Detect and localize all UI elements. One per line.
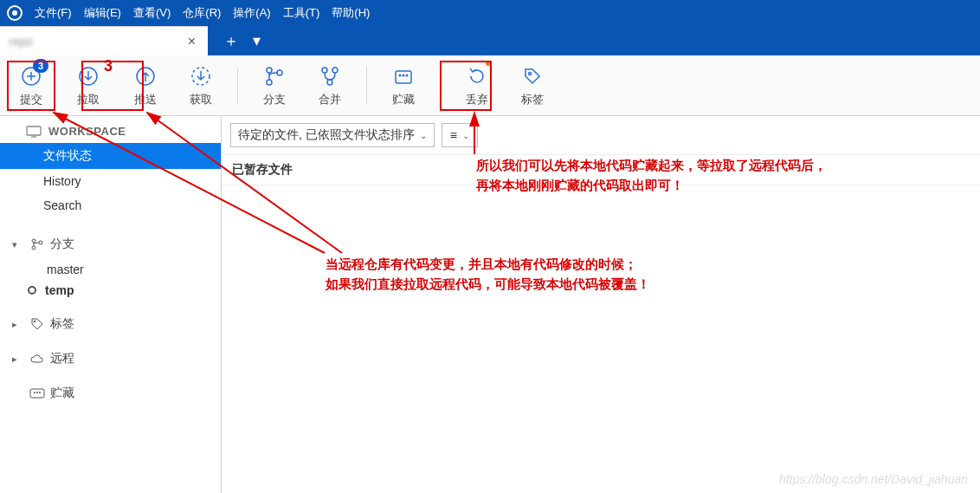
branch-temp-label: temp (45, 283, 74, 297)
svg-point-25 (34, 321, 35, 322)
tab-more-button[interactable]: ▾ (253, 31, 261, 50)
branch-icon (264, 64, 285, 88)
pull-icon (78, 64, 99, 88)
menu-bar: 文件(F) 编辑(E) 查看(V) 仓库(R) 操作(A) 工具(T) 帮助(H… (0, 0, 980, 26)
svg-point-9 (267, 68, 272, 73)
fetch-button[interactable]: 获取 (173, 55, 229, 115)
repo-tab[interactable]: repo × (0, 26, 208, 55)
svg-point-13 (332, 68, 338, 73)
stash-icon (393, 64, 414, 88)
svg-point-29 (39, 392, 41, 393)
annotation-line: 再将本地刚刚贮藏的代码取出即可！ (476, 176, 827, 196)
tag-button[interactable]: 标签 (505, 55, 560, 115)
svg-point-23 (32, 246, 35, 250)
view-select[interactable]: ≡ ⌄ (442, 123, 478, 147)
tab-close-icon[interactable]: × (184, 34, 199, 49)
watermark: https://blog.csdn.net/David_jiahuan (779, 472, 968, 486)
section-branches-label: 分支 (50, 237, 74, 252)
sort-select-label: 待定的文件, 已依照文件状态排序 (238, 127, 415, 143)
monitor-icon (26, 126, 42, 138)
new-tab-button[interactable]: ＋ (223, 30, 239, 51)
sidebar-item-history[interactable]: History (0, 169, 221, 193)
merge-button[interactable]: 合并 (302, 55, 358, 115)
branch-master[interactable]: master (0, 259, 221, 280)
chevron-down-icon: ⌄ (420, 131, 427, 140)
annotation-line: 所以我们可以先将本地代码贮藏起来，等拉取了远程代码后， (476, 156, 827, 176)
list-icon: ≡ (450, 128, 457, 142)
workspace-label: WORKSPACE (48, 125, 126, 138)
stash-icon (28, 387, 47, 399)
merge-icon (319, 64, 340, 88)
svg-point-18 (406, 74, 409, 76)
push-button[interactable]: 推送 (118, 55, 173, 115)
section-tags-label: 标签 (50, 316, 74, 332)
svg-point-10 (267, 80, 272, 85)
svg-point-14 (327, 80, 332, 85)
tab-title: repo (9, 35, 184, 49)
tag-label: 标签 (521, 92, 544, 107)
pull-label: 拉取 (77, 92, 100, 107)
svg-point-24 (39, 241, 42, 244)
branch-button[interactable]: 分支 (247, 55, 302, 115)
current-branch-icon (28, 286, 36, 295)
branch-temp[interactable]: temp (0, 280, 221, 301)
chevron-right-icon: ▸ (12, 319, 24, 330)
tab-strip: repo × ＋ ▾ (0, 26, 980, 55)
chevron-down-icon: ▾ (12, 239, 24, 250)
discard-indicator-icon (486, 61, 491, 66)
menu-file[interactable]: 文件(F) (35, 5, 72, 21)
tag-icon (28, 317, 47, 331)
svg-point-11 (277, 70, 282, 75)
svg-point-22 (32, 239, 35, 243)
discard-button[interactable]: 丢弃 (449, 55, 505, 115)
menu-action[interactable]: 操作(A) (233, 5, 270, 21)
discard-icon (467, 64, 487, 88)
svg-point-19 (529, 72, 532, 75)
sort-select[interactable]: 待定的文件, 已依照文件状态排序 ⌄ (230, 123, 435, 147)
app-logo-icon (7, 5, 23, 21)
main-panel: 待定的文件, 已依照文件状态排序 ⌄ ≡ ⌄ 已暂存文件 所以我们可以先将本地代… (222, 116, 980, 493)
sidebar: WORKSPACE 文件状态 History Search ▾ 分支 maste… (0, 116, 222, 493)
toolbar: 提交 3 拉取 3 推送 获取 分支 合并 (0, 55, 980, 116)
chevron-down-icon: ⌄ (462, 131, 469, 140)
push-icon (135, 64, 156, 88)
sidebar-item-filestatus[interactable]: 文件状态 (0, 143, 221, 169)
menu-repo[interactable]: 仓库(R) (183, 5, 221, 21)
discard-label: 丢弃 (466, 92, 488, 107)
pull-badge: 3 (104, 57, 113, 75)
chevron-right-icon: ▸ (12, 354, 24, 365)
commit-label: 提交 (20, 92, 42, 107)
branch-icon (28, 237, 47, 251)
svg-point-12 (322, 68, 327, 73)
section-stashes[interactable]: ▸ 贮藏 (0, 379, 221, 408)
stash-button[interactable]: 贮藏 (376, 55, 431, 115)
section-branches[interactable]: ▾ 分支 (0, 230, 221, 259)
svg-point-27 (34, 392, 35, 393)
section-remotes[interactable]: ▸ 远程 (0, 344, 221, 373)
pull-button[interactable]: 拉取 3 (59, 55, 118, 115)
menu-view[interactable]: 查看(V) (133, 5, 171, 21)
menu-help[interactable]: 帮助(H) (332, 5, 370, 21)
annotation-text: 所以我们可以先将本地代码贮藏起来，等拉取了远程代码后， 再将本地刚刚贮藏的代码取… (476, 156, 827, 196)
svg-point-17 (403, 74, 405, 76)
svg-point-16 (399, 74, 402, 76)
svg-rect-20 (27, 126, 41, 135)
toolbar-divider (237, 67, 238, 105)
toolbar-divider (440, 67, 441, 105)
stash-label: 贮藏 (392, 92, 415, 107)
tag-icon (522, 64, 543, 88)
push-label: 推送 (134, 92, 157, 107)
svg-point-28 (36, 392, 38, 393)
commit-button[interactable]: 提交 3 (3, 55, 59, 115)
filter-bar: 待定的文件, 已依照文件状态排序 ⌄ ≡ ⌄ (222, 116, 980, 155)
workspace-header: WORKSPACE (0, 116, 221, 143)
menu-tools[interactable]: 工具(T) (283, 5, 320, 21)
tab-actions: ＋ ▾ (208, 26, 276, 55)
menu-edit[interactable]: 编辑(E) (84, 5, 121, 21)
fetch-label: 获取 (190, 92, 212, 107)
section-remotes-label: 远程 (50, 351, 74, 367)
merge-label: 合并 (319, 92, 341, 107)
section-tags[interactable]: ▸ 标签 (0, 309, 221, 339)
sidebar-item-search[interactable]: Search (0, 193, 221, 217)
toolbar-divider (366, 67, 367, 105)
